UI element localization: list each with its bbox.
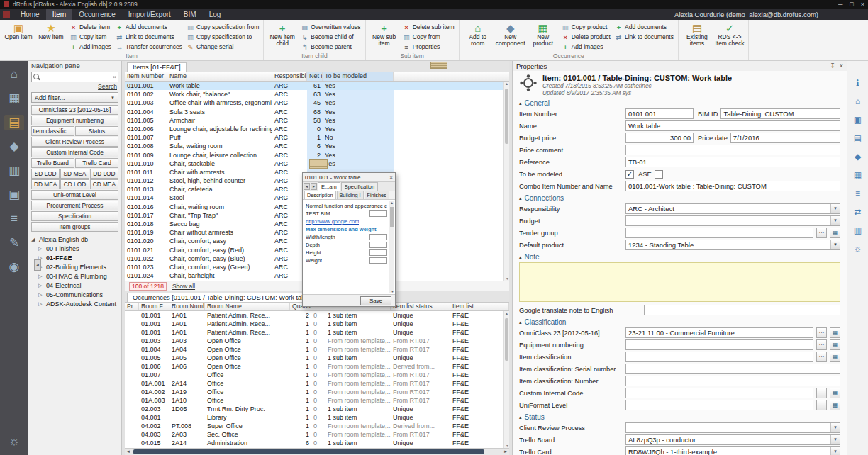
documents-icon[interactable]: ▥ xyxy=(4,163,24,179)
filter-button-procurement-process[interactable]: Procurement Process xyxy=(31,201,118,210)
column-header-item-number[interactable]: Item Number xyxy=(125,72,167,81)
spec-field-input[interactable] xyxy=(369,210,387,217)
field-height[interactable] xyxy=(369,249,387,256)
table-row[interactable]: 0101.002Work chair, "balance"ARC63Yes xyxy=(125,90,509,99)
collapse-icon[interactable]: ▴ xyxy=(519,196,522,201)
tree-node-root[interactable]: ◢Alexia English db xyxy=(28,235,121,244)
filter-button-cd-lod[interactable]: CD LOD xyxy=(60,179,89,189)
table-row[interactable]: 01.0011A01Patient Admin. Rece...101 sub … xyxy=(125,328,509,337)
ribbon-button-rds-item-check[interactable]: ✓RDS <-> Item check xyxy=(713,21,746,52)
tree-node-00-finishes[interactable]: ▷00-Finishes xyxy=(28,244,121,253)
spec-line[interactable]: http://www.google.com xyxy=(306,218,387,225)
filter-button-equipment-numbering[interactable]: Equipment numbering xyxy=(31,116,118,125)
dropdown-trello-board[interactable]: AL8zpQ3p - conductor▼ xyxy=(625,434,840,445)
clear-search-icon[interactable]: × xyxy=(113,74,116,80)
products-panel-icon[interactable]: ◆ xyxy=(852,152,864,162)
table-row[interactable]: 04.0152A14Administration601 sub itemUniq… xyxy=(125,439,509,447)
spec-tab-building-i[interactable]: Building I xyxy=(337,191,364,199)
filter-button-item-classification[interactable]: Item classification xyxy=(31,126,74,136)
field-weight[interactable] xyxy=(369,257,387,264)
table-row[interactable]: 04.002PT.008Super Office10From room temp… xyxy=(125,422,509,430)
field-price-comment[interactable] xyxy=(625,145,840,155)
log-panel-icon[interactable]: ≡ xyxy=(852,189,864,199)
chevron-down-icon[interactable]: ▼ xyxy=(830,423,840,432)
filter-button-sd-mea[interactable]: SD MEA xyxy=(60,169,89,179)
filter-button-sd-lod[interactable]: SD LOD xyxy=(31,169,60,179)
filter-button-trello-card[interactable]: Trello Card xyxy=(75,158,118,168)
ribbon-button-delete-item[interactable]: ×Delete item xyxy=(67,22,113,32)
ribbon-button-add-documents[interactable]: +Add documents xyxy=(113,22,184,32)
lookup-table-button[interactable]: ▦ xyxy=(830,339,840,350)
table-row[interactable]: 01.0061A06Open Office10From room templat… xyxy=(125,362,509,371)
items-tab[interactable]: Items [01-FF&E] xyxy=(127,62,187,72)
filter-button-dd-mea[interactable]: DD MEA xyxy=(31,179,60,189)
products-icon[interactable]: ◆ xyxy=(4,139,24,155)
table-row[interactable]: 0101.008Sofa, waiting roomARC6Yes xyxy=(125,142,509,150)
table-row[interactable]: 01A.0021A19Office10From room template,..… xyxy=(125,388,509,396)
field-item-classification-number[interactable] xyxy=(625,376,840,386)
lookup-ellipsis-button[interactable]: ··· xyxy=(816,400,827,410)
popup-scrollbar[interactable]: ▲ ▼ xyxy=(389,201,394,293)
add-filter-dropdown[interactable]: Add filter... ▼ xyxy=(31,92,118,103)
ribbon-button-overwritten-values[interactable]: ▤Overwritten values xyxy=(299,22,362,32)
occurrences-tab[interactable]: Occurrences [0101.001 / Table-Dining: CU… xyxy=(127,293,326,302)
filter-button-trello-board[interactable]: Trello Board xyxy=(31,158,74,168)
rooms-icon[interactable]: ▦ xyxy=(4,91,24,106)
menu-tab-occurrence[interactable]: Occurrence xyxy=(72,9,122,20)
table-row[interactable]: 0101.009Lounge chair, leisure collection… xyxy=(125,151,509,159)
chevron-down-icon[interactable]: ▼ xyxy=(830,240,840,249)
ribbon-button-become-parent[interactable]: ↰Become parent xyxy=(299,42,362,52)
ribbon-button-add-to-room[interactable]: ⌂Add to room xyxy=(462,21,494,52)
collapse-icon[interactable]: ▴ xyxy=(519,320,522,325)
filter-button-omniclass-23-2012-05-16[interactable]: OmniClass 23 [2012-05-16] xyxy=(31,105,118,115)
table-row[interactable]: 0101.005ArmchairARC58Yes xyxy=(125,116,509,125)
ribbon-button-add-images[interactable]: +Add images xyxy=(67,42,113,52)
search-input[interactable] xyxy=(41,74,111,81)
field-google-translate-note-to-english[interactable] xyxy=(644,305,840,315)
table-row[interactable]: 0101.001Work tableARC61Yes xyxy=(125,82,509,90)
note-textarea[interactable] xyxy=(519,262,840,302)
dropdown-default-product[interactable]: 1234 - Standing Table▼ xyxy=(625,240,840,250)
collapse-icon[interactable]: ▴ xyxy=(519,415,522,420)
tools-panel-icon[interactable]: ☼ xyxy=(852,244,864,254)
splitter-collapse-button[interactable]: ◄ xyxy=(34,259,41,271)
column-header-item-list[interactable]: Item list xyxy=(450,303,509,310)
lookup-table-button[interactable]: ▦ xyxy=(830,352,840,362)
ribbon-button-transfer-occurrences[interactable]: →Transfer occurrences xyxy=(113,42,184,52)
ribbon-button-add-documents[interactable]: +Add documents xyxy=(613,22,676,32)
filter-button-item-groups[interactable]: Item groups xyxy=(31,222,118,232)
table-row[interactable]: 0101.006Lounge chair, adjustable for rec… xyxy=(125,125,509,133)
field-uniformat-level[interactable] xyxy=(625,400,813,410)
ribbon-button-link-to-documents[interactable]: ⇄Link to documents xyxy=(613,32,676,42)
lookup-table-button[interactable]: ▦ xyxy=(830,228,840,238)
items-icon[interactable]: ▤ xyxy=(4,115,24,130)
filter-button-cd-mea[interactable]: CD MEA xyxy=(90,179,118,189)
column-header-room-name[interactable]: Room Name xyxy=(205,303,290,310)
user-account[interactable]: Alexia Courdurie (demo_alexia@db.drofus.… xyxy=(674,11,868,18)
ribbon-button-delete-product[interactable]: ×Delete product xyxy=(560,32,613,42)
close-button[interactable]: × xyxy=(861,1,864,8)
ribbon-button-open-item[interactable]: ▣Open item xyxy=(2,21,35,52)
table-row[interactable]: 04.0032A03Sec. Office10From room templat… xyxy=(125,430,509,439)
ribbon-button-change-serial[interactable]: ✎Change serial xyxy=(184,42,261,52)
field-depth[interactable] xyxy=(369,242,387,248)
table-row[interactable]: 02.0031D05Trmt Rm. Dirty Proc.101 sub it… xyxy=(125,405,509,413)
items-scrollbar[interactable]: ▲▼ xyxy=(503,82,509,281)
field-budget-price[interactable]: 300.00 xyxy=(625,133,694,143)
table-row[interactable]: 04.001Library101 sub itemUniqueFF&E xyxy=(125,413,509,422)
menu-tab-item[interactable]: Item xyxy=(46,9,72,20)
filter-button-uniformat-level[interactable]: UniFormat Level xyxy=(31,190,118,200)
column-header-net-qu[interactable]: Net qu... xyxy=(307,72,323,81)
filter-button-custom-internal-code[interactable]: Custom Internal Code xyxy=(31,147,118,157)
tree-node-05-communications[interactable]: ▷05-Communications xyxy=(28,290,121,299)
checkbox-ase[interactable] xyxy=(655,170,663,179)
ribbon-button-delete-sub-item[interactable]: ×Delete sub item xyxy=(401,22,457,32)
ribbon-button-new-item-child[interactable]: +New item child xyxy=(266,21,299,52)
lookup-ellipsis-button[interactable]: ··· xyxy=(816,327,827,338)
field-name[interactable]: Work table xyxy=(625,120,840,131)
menu-tab-import-export[interactable]: Import/Export xyxy=(122,9,177,20)
spec-tab-description[interactable]: Description xyxy=(304,191,336,199)
field-bim-id[interactable]: Table-Dining: CUSTOM xyxy=(720,108,840,119)
info-icon[interactable]: ℹ xyxy=(852,78,864,89)
popup-tab-e-am[interactable]: E...am xyxy=(318,182,340,191)
